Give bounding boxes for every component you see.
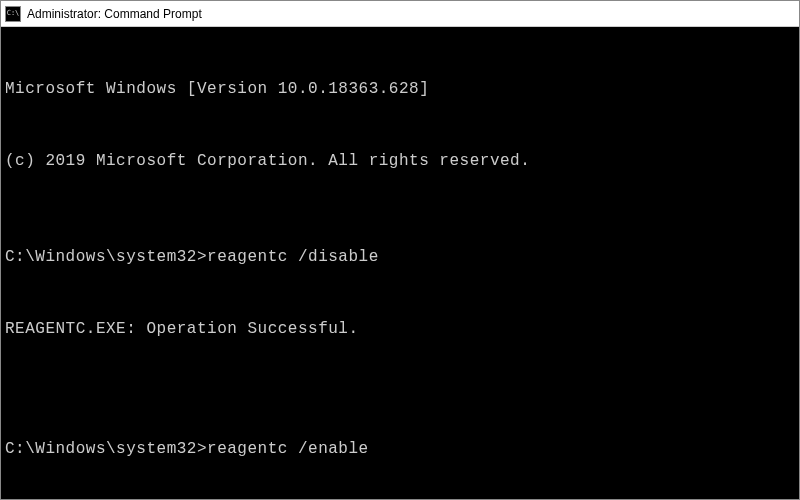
prompt: C:\Windows\system32> — [5, 440, 207, 458]
command-2: reagentc /enable — [207, 440, 369, 458]
titlebar[interactable]: C:\ Administrator: Command Prompt — [1, 1, 799, 27]
app-icon-glyph: C:\ — [7, 10, 20, 17]
command-line-1: C:\Windows\system32>reagentc /disable — [5, 245, 795, 269]
app-icon: C:\ — [5, 6, 21, 22]
result-1: REAGENTC.EXE: Operation Successful. — [5, 317, 795, 341]
window-title: Administrator: Command Prompt — [27, 7, 795, 21]
banner-copyright: (c) 2019 Microsoft Corporation. All righ… — [5, 149, 795, 173]
command-1: reagentc /disable — [207, 248, 379, 266]
command-line-2: C:\Windows\system32>reagentc /enable — [5, 437, 795, 461]
banner-version: Microsoft Windows [Version 10.0.18363.62… — [5, 77, 795, 101]
prompt: C:\Windows\system32> — [5, 248, 207, 266]
terminal-output[interactable]: Microsoft Windows [Version 10.0.18363.62… — [1, 27, 799, 499]
command-prompt-window: C:\ Administrator: Command Prompt Micros… — [0, 0, 800, 500]
